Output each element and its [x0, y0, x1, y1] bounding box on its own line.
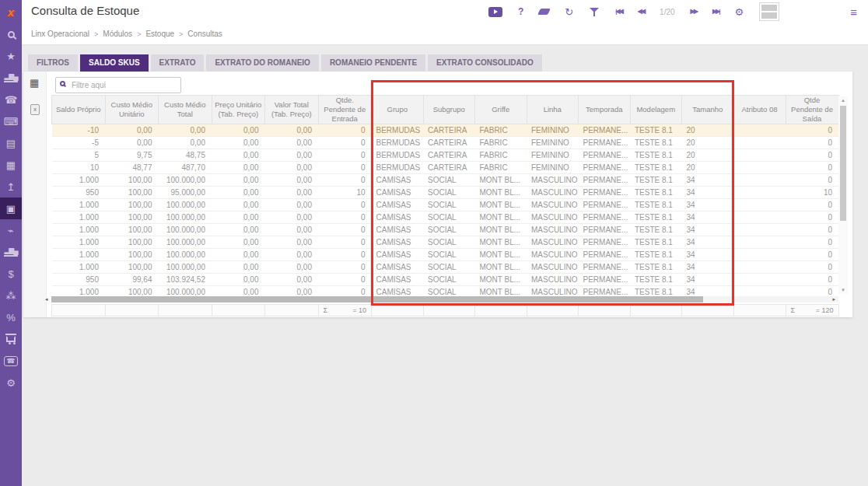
tab-saldo-skus[interactable]: SALDO SKUS — [80, 54, 149, 72]
column-header[interactable]: Griffe — [475, 96, 527, 124]
sidebar-item-phone[interactable]: ☎ — [0, 89, 22, 110]
gear-icon[interactable]: ⚙ — [734, 7, 744, 17]
breadcrumb-item[interactable]: Consultas — [187, 30, 222, 38]
tab-filtros[interactable]: FILTROS — [28, 54, 78, 72]
scroll-right-icon[interactable]: ▸ — [832, 296, 835, 302]
help-icon[interactable]: ? — [518, 7, 523, 16]
cell: TESTE 8.1 — [630, 124, 682, 136]
column-header[interactable]: Atributo 08 — [733, 96, 786, 124]
refresh-icon[interactable]: ↻ — [565, 7, 573, 17]
column-header[interactable]: Qtde. Pendente de Entrada — [318, 96, 372, 124]
cell: MONT BL... — [475, 198, 527, 211]
tab-extrato-do-romaneio[interactable]: EXTRATO DO ROMANEIO — [206, 54, 318, 72]
previous-page-icon[interactable]: ◀◀ — [638, 9, 644, 15]
sidebar-item-reports[interactable]: ▂▆▄ — [0, 241, 22, 263]
linx-logo-icon[interactable]: x — [0, 0, 22, 23]
table-row[interactable]: 950100,0095.000,000,000,0010CAMISASSOCIA… — [52, 186, 839, 198]
table-row[interactable]: 1.000100,00100.000,000,000,000CAMISASSOC… — [52, 211, 839, 223]
cell: 0 — [318, 161, 372, 173]
table-row[interactable]: 1.000100,00100.000,000,000,000CAMISASSOC… — [52, 260, 839, 273]
cell: BERMUDAS — [372, 124, 424, 136]
menu-icon[interactable]: ≡ — [850, 5, 857, 19]
column-header[interactable]: Qtde Pendente de Saída — [786, 96, 838, 124]
column-header[interactable]: Modelagem — [630, 96, 682, 124]
column-header[interactable]: Tamanho — [682, 96, 734, 124]
column-header[interactable]: Linha — [527, 96, 579, 124]
sidebar-item-finance[interactable]: $ — [0, 263, 22, 285]
table-row[interactable]: 59,7548,750,000,000BERMUDASCARTEIRAFABRI… — [52, 149, 839, 161]
tab-extrato[interactable]: EXTRATO — [151, 54, 205, 72]
sidebar-item-plug[interactable]: ⌁ — [0, 219, 22, 241]
horizontal-scrollbar[interactable] — [51, 296, 838, 302]
table-row[interactable]: -100,000,000,000,000BERMUDASCARTEIRAFABR… — [52, 124, 839, 136]
sidebar-item-upload[interactable]: ↥ — [0, 176, 22, 198]
cell: 0,00 — [105, 124, 159, 136]
breadcrumb: Linx Operacional > Módulos > Estoque > C… — [22, 23, 868, 45]
filter-icon[interactable] — [589, 7, 600, 17]
cell: FABRIC — [475, 149, 527, 161]
table-row[interactable]: 1.000100,00100.000,000,000,000CAMISASSOC… — [52, 248, 839, 260]
sidebar-item-contacts[interactable]: ▤ — [0, 132, 22, 154]
column-header[interactable]: Saldo Próprio — [52, 96, 106, 124]
breadcrumb-item[interactable]: Módulos — [103, 30, 132, 38]
filter-box — [55, 77, 181, 93]
video-help-icon[interactable] — [488, 7, 502, 17]
column-header[interactable]: Custo Médio Total — [159, 96, 212, 124]
table-row[interactable]: 95099,64103.924,520,000,000CAMISASSOCIAL… — [52, 273, 839, 285]
favorites-icon: ★ — [6, 51, 16, 61]
sidebar-item-discounts[interactable]: % — [0, 306, 22, 328]
cell: 100.000,00 — [159, 236, 212, 248]
table-row[interactable]: 1.000100,00100.000,000,000,000CAMISASSOC… — [52, 223, 839, 236]
next-page-icon[interactable]: ▶▶ — [691, 9, 697, 15]
eraser-icon[interactable] — [537, 9, 551, 15]
last-page-icon[interactable]: ▶▶| — [712, 9, 719, 15]
sidebar-item-search[interactable] — [0, 23, 22, 45]
table-row[interactable]: 1.000100,00100.000,000,000,000CAMISASSOC… — [52, 198, 839, 211]
column-header[interactable]: Preço Unitário (Tab. Preço) — [212, 96, 265, 124]
sidebar-item-phone-app[interactable]: ☎ — [0, 350, 22, 372]
sidebar-item-cart[interactable] — [0, 328, 22, 350]
sidebar-item-inventory[interactable]: ▣ — [0, 198, 22, 219]
sidebar-item-favorites[interactable]: ★ — [0, 45, 22, 67]
cell: MASCULINO — [527, 198, 579, 211]
cell: PERMANE... — [579, 161, 631, 173]
table-row[interactable]: 1.000100,00100.000,000,000,000CAMISASSOC… — [52, 236, 839, 248]
cell: 0 — [786, 260, 838, 273]
tab-romaneio-pendente[interactable]: ROMANEIO PENDENTE — [321, 54, 425, 72]
column-chooser-icon[interactable]: ▦ — [30, 78, 39, 88]
column-header[interactable]: Grupo — [372, 96, 424, 124]
table-row[interactable]: 1048,77487,700,000,000BERMUDASCARTEIRAFA… — [52, 161, 839, 173]
tab-extrato-consolidado[interactable]: EXTRATO CONSOLIDADO — [428, 54, 542, 72]
table-row[interactable]: 1.000100,00100.000,000,000,000CAMISASSOC… — [52, 173, 839, 186]
filter-input[interactable] — [55, 77, 181, 93]
breadcrumb-separator: > — [137, 30, 141, 38]
page-title: Consulta de Estoque — [31, 4, 139, 17]
layout-selector[interactable] — [759, 2, 779, 21]
column-header[interactable]: Temporada — [579, 96, 631, 124]
export-excel-icon[interactable] — [30, 104, 40, 115]
cell: MONT BL... — [475, 248, 527, 260]
column-header[interactable]: Valor Total (Tab. Preço) — [265, 96, 319, 124]
vertical-scrollbar[interactable]: ▴ ▾ — [838, 96, 848, 294]
sidebar-item-analytics[interactable]: ▂▆▄ — [0, 67, 22, 89]
cell: CAMISAS — [372, 186, 424, 198]
table-row[interactable]: -50,000,000,000,000BERMUDASCARTEIRAFABRI… — [52, 136, 839, 149]
column-header[interactable]: Custo Médio Unitário — [105, 96, 159, 124]
cell: 0 — [318, 173, 372, 186]
breadcrumb-separator: > — [179, 30, 183, 38]
cell: 100,00 — [105, 186, 159, 198]
breadcrumb-item[interactable]: Estoque — [145, 30, 174, 38]
cell: 0 — [786, 173, 838, 186]
column-header[interactable]: Subgrupo — [423, 96, 475, 124]
sidebar-item-pos-keyboard[interactable]: ⌨ — [0, 110, 22, 132]
cell: 0 — [318, 223, 372, 236]
cell — [733, 186, 786, 198]
cell: FABRIC — [475, 124, 527, 136]
sidebar-item-settings[interactable]: ⚙ — [0, 372, 22, 393]
sidebar-item-groups[interactable]: ⁂ — [0, 285, 22, 306]
scroll-left-icon[interactable]: ◂ — [45, 296, 48, 302]
breadcrumb-item[interactable]: Linx Operacional — [31, 30, 89, 38]
cell: TESTE 8.1 — [630, 136, 682, 149]
sidebar-item-basket[interactable]: ▦ — [0, 154, 22, 176]
first-page-icon[interactable]: |◀◀ — [615, 9, 622, 15]
